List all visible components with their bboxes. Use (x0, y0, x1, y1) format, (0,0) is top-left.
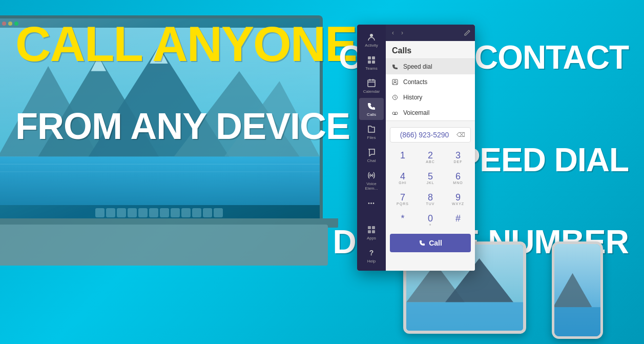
dock-icon (171, 208, 180, 217)
dock-icon (95, 208, 105, 217)
phone-device (552, 241, 603, 339)
sidebar-item-chat[interactable]: Chat (359, 144, 384, 166)
dial-key-4[interactable]: 4 GHI (390, 169, 416, 188)
phone-number-display: (866) 923-5290 (396, 131, 453, 139)
svg-point-18 (370, 34, 373, 37)
teams-icon (366, 55, 377, 65)
sidebar-teams-label: Teams (365, 66, 378, 71)
voicemail-label: Voicemail (403, 109, 429, 116)
call-button-icon (419, 239, 426, 247)
svg-rect-28 (368, 226, 371, 229)
sidebar-item-files[interactable]: Files (359, 121, 384, 143)
dock-icon (181, 208, 191, 217)
svg-rect-14 (406, 302, 523, 331)
edit-button[interactable] (464, 29, 471, 36)
svg-point-27 (371, 175, 372, 176)
sidebar-item-voice[interactable]: Voice Elem... (359, 167, 384, 194)
menu-item-voicemail[interactable]: Voicemail (386, 105, 475, 120)
call-anyone-text: CALL ANYONE (15, 21, 357, 67)
svg-point-35 (392, 112, 395, 115)
dial-key-2[interactable]: 2 ABC (418, 148, 443, 167)
speed-dial-icon (392, 64, 399, 70)
calls-icon (366, 101, 377, 111)
dock-icon (203, 208, 212, 217)
dial-key-0[interactable]: 0 + (418, 211, 443, 230)
svg-rect-8 (0, 157, 320, 206)
sidebar-voice-label: Voice Elem... (361, 181, 382, 191)
sidebar-calls-label: Calls (367, 112, 376, 117)
phone-input-field[interactable]: (866) 923-5290 ⌫ (390, 127, 471, 143)
dock-icon (192, 208, 201, 217)
sidebar-chat-label: Chat (367, 158, 376, 163)
menu-item-speed-dial[interactable]: Speed dial (386, 59, 475, 74)
sidebar-item-help[interactable]: ? Help (359, 245, 384, 267)
sidebar-help-label: Help (367, 259, 376, 264)
history-icon (392, 94, 399, 100)
close-dot (2, 22, 6, 26)
minimize-dot (8, 22, 12, 26)
headline-area: CALL ANYONE (15, 21, 357, 67)
speed-dial-label: Speed dial (403, 63, 432, 70)
svg-rect-29 (372, 226, 375, 229)
dock-icon (160, 208, 169, 217)
sidebar-item-teams[interactable]: Teams (359, 52, 384, 74)
dial-key-3[interactable]: 3 DEF (445, 148, 471, 167)
teams-window: Activity Teams (357, 25, 475, 271)
chat-icon (366, 147, 377, 157)
dial-key-8[interactable]: 8 TUV (418, 190, 443, 209)
sidebar-item-calls[interactable]: Calls (359, 98, 384, 120)
svg-point-36 (395, 112, 398, 115)
menu-item-contacts[interactable]: Contacts (386, 74, 475, 90)
sidebar-item-apps[interactable]: Apps (359, 221, 384, 244)
dialpad-grid: 1 2 ABC 3 DEF 4 GHI 5 JKL (390, 148, 471, 230)
svg-point-33 (394, 80, 396, 83)
laptop-keyboard (0, 225, 328, 266)
dial-key-6[interactable]: 6 MNO (445, 169, 471, 188)
dock-icon (214, 208, 223, 217)
dial-key-9[interactable]: 9 WXYZ (445, 190, 471, 209)
teams-sidebar: Activity Teams (357, 25, 386, 271)
menu-item-history[interactable]: History (386, 90, 475, 105)
calls-title: Calls (386, 41, 475, 59)
dial-key-hash[interactable]: # (445, 211, 471, 230)
svg-rect-22 (372, 60, 375, 64)
dialpad-section: (866) 923-5290 ⌫ 1 2 ABC 3 DEF (386, 121, 475, 271)
dock-icon (106, 208, 115, 217)
history-label: History (403, 94, 422, 101)
call-button[interactable]: Call (390, 234, 471, 252)
sidebar-activity-label: Activity (365, 43, 378, 48)
forward-button[interactable]: › (399, 28, 405, 37)
dock-icon (117, 208, 126, 217)
svg-rect-21 (368, 60, 371, 64)
more-icon: ••• (366, 198, 377, 208)
sidebar-item-calendar[interactable]: Calendar (359, 75, 384, 97)
svg-rect-31 (372, 230, 375, 233)
sidebar-item-more[interactable]: ••• (359, 195, 384, 211)
svg-rect-20 (372, 56, 375, 59)
svg-rect-30 (368, 230, 371, 233)
voicemail-icon (392, 110, 399, 116)
svg-rect-23 (368, 80, 375, 87)
calls-menu: Speed dial Contacts (386, 59, 475, 121)
from-any-device-text: FROM ANY DEVICE (15, 108, 350, 145)
calendar-icon (366, 78, 377, 88)
clear-button[interactable]: ⌫ (456, 131, 465, 138)
svg-rect-17 (554, 307, 600, 336)
contacts-label: Contacts (403, 78, 427, 86)
dial-key-5[interactable]: 5 JKL (418, 169, 443, 188)
svg-rect-19 (368, 56, 371, 59)
dock-icon (128, 208, 137, 217)
activity-icon (366, 32, 377, 42)
sidebar-files-label: Files (367, 135, 376, 140)
back-button[interactable]: ‹ (390, 28, 396, 37)
help-icon: ? (366, 248, 377, 258)
dial-key-1[interactable]: 1 (390, 148, 416, 167)
sidebar-item-activity[interactable]: Activity (359, 29, 384, 51)
dial-key-7[interactable]: 7 PQRS (390, 190, 416, 209)
dock-icon (149, 208, 158, 217)
voice-icon (366, 170, 377, 180)
sidebar-calendar-label: Calendar (363, 89, 380, 94)
dial-key-star[interactable]: * (390, 211, 416, 230)
dock-icon (138, 208, 148, 217)
nav-buttons: ‹ › (390, 28, 405, 37)
